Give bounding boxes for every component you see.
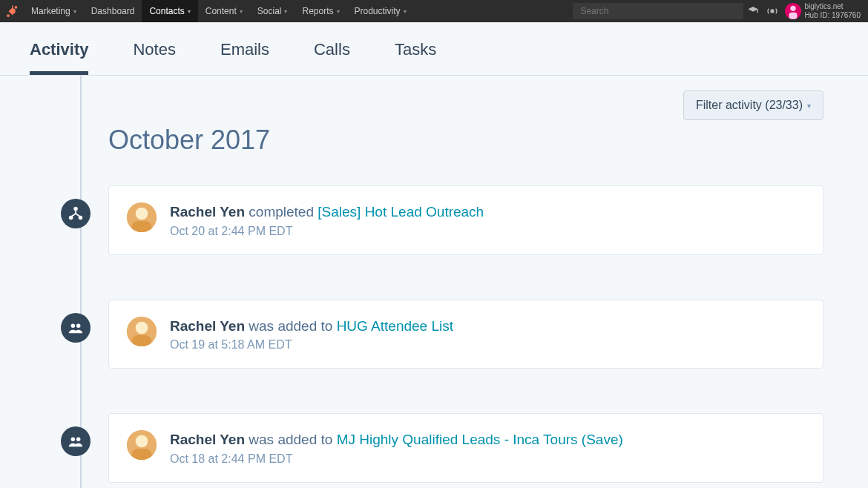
svg-point-8 [73, 207, 78, 211]
timeline-entry-line: Rachel Yen was added to MJ Highly Qualif… [170, 430, 805, 449]
timeline-entry: Rachel Yen was added to HUG Attendee Lis… [108, 300, 823, 369]
actor-name: Rachel Yen [170, 432, 245, 447]
svg-rect-13 [132, 221, 152, 232]
nav-item-productivity[interactable]: Productivity▾ [347, 0, 414, 22]
timestamp: Oct 20 at 2:44 PM EDT [170, 225, 805, 238]
workflow-icon [61, 199, 91, 228]
chevron-down-icon: ▾ [337, 8, 340, 15]
nav-item-label: Social [257, 6, 282, 16]
account-meta[interactable]: biglytics.net Hub ID: 1976760 [804, 2, 868, 20]
timeline-line [80, 76, 82, 488]
timeline-card[interactable]: Rachel Yen was added to HUG Attendee Lis… [108, 300, 823, 369]
timeline-card[interactable]: Rachel Yen was added to MJ Highly Qualif… [108, 413, 823, 483]
nav-item-marketing[interactable]: Marketing▾ [24, 0, 84, 22]
group-icon [61, 426, 91, 456]
nav-item-label: Content [206, 6, 237, 16]
activity-link[interactable]: HUG Attendee List [337, 318, 453, 334]
chevron-down-icon: ▾ [240, 8, 243, 15]
svg-point-5 [771, 10, 774, 13]
svg-point-1 [7, 14, 10, 17]
broadcast-icon[interactable] [763, 0, 782, 22]
activity-link[interactable]: [Sales] Hot Lead Outreach [318, 204, 484, 220]
filter-activity-label: Filter activity (23/33) [696, 99, 803, 112]
verb-text: completed [249, 204, 314, 220]
svg-point-20 [76, 438, 81, 442]
svg-point-14 [71, 323, 76, 328]
user-avatar[interactable] [785, 3, 801, 19]
account-domain: biglytics.net [804, 2, 861, 11]
nav-item-label: Marketing [31, 6, 70, 16]
tab-calls[interactable]: Calls [314, 40, 350, 75]
global-search-input[interactable] [573, 3, 743, 19]
nav-item-label: Contacts [149, 6, 184, 16]
group-icon [61, 313, 91, 343]
verb-text: was added to [249, 318, 332, 334]
nav-item-reports[interactable]: Reports▾ [295, 0, 346, 22]
account-hub-id: Hub ID: 1976760 [804, 11, 861, 20]
nav-item-label: Productivity [355, 6, 401, 16]
actor-name: Rachel Yen [170, 204, 245, 220]
timeline-entry: Rachel Yen completed [Sales] Hot Lead Ou… [108, 185, 823, 255]
svg-point-17 [136, 321, 148, 334]
timeline-card[interactable]: Rachel Yen completed [Sales] Hot Lead Ou… [108, 185, 823, 255]
timeline-entry: Rachel Yen was added to MJ Highly Qualif… [108, 413, 823, 483]
nav-item-label: Dashboard [91, 6, 135, 16]
tab-activity[interactable]: Activity [30, 40, 88, 75]
verb-text: was added to [249, 432, 332, 447]
actor-avatar [127, 202, 157, 232]
tab-notes[interactable]: Notes [133, 40, 175, 75]
svg-point-12 [136, 208, 148, 220]
actor-avatar [127, 430, 157, 460]
svg-point-2 [15, 6, 18, 9]
chevron-down-icon: ▾ [404, 8, 407, 15]
actor-avatar [127, 317, 157, 346]
tab-emails[interactable]: Emails [220, 40, 269, 75]
nav-item-content[interactable]: Content▾ [198, 0, 250, 22]
filter-activity-button[interactable]: Filter activity (23/33) ▾ [683, 90, 823, 120]
svg-point-6 [791, 6, 796, 11]
timestamp: Oct 19 at 5:18 AM EDT [170, 338, 805, 352]
nav-item-contacts[interactable]: Contacts▾ [142, 0, 197, 22]
actor-name: Rachel Yen [170, 318, 245, 334]
svg-rect-23 [132, 449, 152, 460]
timeline-entry-line: Rachel Yen completed [Sales] Hot Lead Ou… [170, 202, 805, 222]
timeline-entry-line: Rachel Yen was added to HUG Attendee Lis… [170, 317, 805, 336]
nav-item-social[interactable]: Social▾ [250, 0, 295, 22]
chevron-down-icon: ▾ [188, 8, 191, 15]
svg-point-15 [76, 323, 81, 328]
nav-item-label: Reports [302, 6, 333, 16]
hubspot-logo-icon [6, 4, 19, 18]
svg-point-19 [71, 438, 76, 442]
timeline-content: Filter activity (23/33) ▾ October 2017 R… [0, 76, 868, 488]
svg-point-22 [136, 435, 148, 448]
tab-bar: ActivityNotesEmailsCallsTasks [0, 22, 868, 76]
timestamp: Oct 18 at 2:44 PM EDT [170, 452, 805, 466]
chevron-down-icon: ▾ [807, 102, 811, 110]
academy-icon[interactable] [743, 0, 763, 22]
svg-rect-3 [12, 6, 13, 10]
svg-rect-18 [132, 335, 152, 346]
activity-link[interactable]: MJ Highly Qualified Leads - Inca Tours (… [337, 432, 623, 447]
tab-tasks[interactable]: Tasks [395, 40, 436, 75]
top-nav: Marketing▾DashboardContacts▾Content▾Soci… [0, 0, 868, 22]
chevron-down-icon: ▾ [73, 8, 76, 15]
svg-rect-7 [789, 13, 798, 19]
nav-item-dashboard[interactable]: Dashboard [84, 0, 142, 22]
chevron-down-icon: ▾ [284, 8, 287, 15]
timeline-month-heading: October 2017 [108, 125, 823, 156]
